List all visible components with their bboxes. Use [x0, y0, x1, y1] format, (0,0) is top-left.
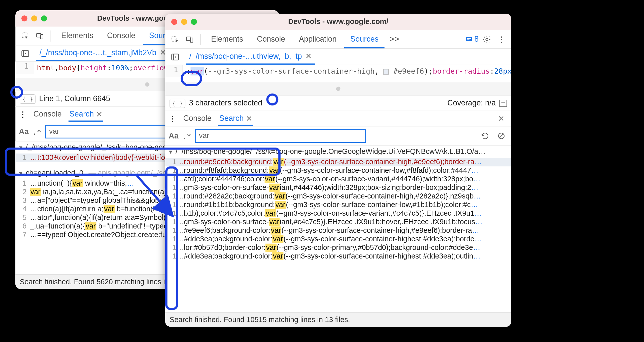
- result-line-text: ..gm3-sys-color-on-surface-variant,#c4c7…: [180, 218, 511, 226]
- settings-icon[interactable]: [480, 33, 493, 46]
- titlebar: DevTools - www.google.com/: [165, 14, 511, 30]
- regex-icon[interactable]: .*: [32, 127, 42, 136]
- tab-sources[interactable]: Sources: [344, 30, 385, 48]
- tab-elements[interactable]: Elements: [205, 30, 249, 48]
- result-line-number: 1: [165, 244, 180, 252]
- disclosure-icon[interactable]: ▼: [18, 170, 24, 177]
- open-file-tab[interactable]: /_/mss/boq-one-…t,_stam,jMb2Vb ✕: [36, 45, 170, 61]
- close-drawer-tab-icon[interactable]: ✕: [96, 109, 103, 119]
- result-line-text: ..round:#1b1b1b;background:var(--gm3-sys…: [180, 201, 511, 209]
- clear-search-icon[interactable]: [495, 129, 508, 142]
- drawer-tabbar: ⋯ Console Search ✕ ✕: [165, 111, 511, 126]
- result-line-number: 1: [165, 252, 180, 261]
- result-file-path: /_/mss/boq-one-google/_/ss/k=boq-one-goo…: [176, 148, 509, 156]
- window-minimize-button[interactable]: [181, 19, 187, 25]
- pretty-print-icon[interactable]: { }: [170, 98, 185, 108]
- result-line-text: ..round:#282a2c;background:var(--gm3-sys…: [180, 192, 511, 201]
- tab-application[interactable]: Application: [293, 30, 343, 48]
- svg-rect-8: [466, 37, 472, 41]
- close-drawer-icon[interactable]: ✕: [495, 112, 508, 125]
- search-result-line[interactable]: 1..gm3-sys-color-on-surface-variant,#c4c…: [165, 218, 511, 226]
- line-number: 1: [15, 62, 33, 74]
- window-minimize-button[interactable]: [31, 15, 37, 21]
- disclosure-icon[interactable]: ▼: [18, 144, 24, 151]
- disclosure-icon[interactable]: ▼: [168, 149, 174, 155]
- code-line[interactable]: :var(--gm3-sys-color-surface-container-h…: [183, 65, 511, 77]
- inspect-element-icon[interactable]: [19, 29, 32, 42]
- status-text: 3 characters selected: [189, 99, 262, 108]
- search-result-line[interactable]: 1..#e9eef6;background-color:var(--gm3-sy…: [165, 226, 511, 235]
- window-zoom-button[interactable]: [41, 15, 47, 21]
- search-result-line[interactable]: 1..lor:#0b57d0;border-color:var(--gm3-sy…: [165, 244, 511, 252]
- coverage-icon[interactable]: [499, 100, 507, 106]
- search-result-line[interactable]: 1..round:#f8fafd;background:var(--gm3-sy…: [165, 166, 511, 175]
- issues-button[interactable]: 8: [465, 35, 479, 44]
- result-line-number: 1: [15, 154, 30, 162]
- pretty-print-icon[interactable]: { }: [20, 94, 36, 103]
- search-result-line[interactable]: 1..round:#e9eef6;background:var(--gm3-sy…: [165, 158, 511, 166]
- drawer-menu-icon[interactable]: ⋯: [168, 115, 177, 123]
- search-result-line[interactable]: 1..#dde3ea;background-color:var(--gm3-sy…: [165, 235, 511, 244]
- match-case-icon[interactable]: Aa: [19, 127, 29, 136]
- navigator-toggle-icon[interactable]: [19, 47, 32, 60]
- tab-console[interactable]: Console: [101, 26, 141, 45]
- window-close-button[interactable]: [21, 15, 27, 21]
- refresh-search-icon[interactable]: [479, 129, 492, 142]
- tab-elements[interactable]: Elements: [55, 26, 99, 45]
- search-result-line[interactable]: 1..gm3-sys-color-on-surface-variant,#444…: [165, 184, 511, 192]
- result-line-number: 4: [15, 205, 30, 214]
- drawer-tab-console[interactable]: Console: [32, 107, 62, 122]
- result-line-number: 3: [15, 196, 30, 205]
- code-editor[interactable]: 1 :var(--gm3-sys-color-surface-container…: [165, 65, 511, 96]
- drawer-tab-search[interactable]: Search ✕: [218, 111, 253, 126]
- sources-file-tabbar: /_/mss/boq-one-…uthview,_b,_tp ✕: [165, 49, 511, 65]
- result-line-number: 2: [15, 188, 30, 196]
- result-line-number: 6: [15, 222, 30, 231]
- window-title: DevTools - www.google.com/: [165, 18, 511, 26]
- navigator-toggle-icon[interactable]: [169, 50, 182, 63]
- close-drawer-tab-icon[interactable]: ✕: [246, 114, 252, 123]
- regex-icon[interactable]: .*: [182, 131, 191, 140]
- file-tab-label: /_/mss/boq-one-…t,_stam,jMb2Vb: [39, 48, 156, 57]
- search-result-line[interactable]: 1..round:#282a2c;background:var(--gm3-sy…: [165, 192, 511, 201]
- close-file-tab-icon[interactable]: ✕: [305, 51, 312, 61]
- issues-count: 8: [474, 35, 479, 44]
- result-line-number: 1: [165, 201, 180, 209]
- result-line-number: 1: [165, 158, 180, 166]
- editor-statusbar: { } 3 characters selected Coverage: n/a: [165, 96, 511, 111]
- scrollbar-horizontal[interactable]: [165, 82, 511, 95]
- inspect-element-icon[interactable]: [169, 33, 182, 46]
- search-input[interactable]: [195, 129, 366, 143]
- result-line-number: 1: [165, 175, 180, 184]
- result-file-header[interactable]: ▼ /_/mss/boq-one-google/_/ss/k=boq-one-g…: [165, 146, 511, 158]
- status-text: Line 1, Column 6645: [39, 94, 110, 103]
- window-zoom-button[interactable]: [191, 19, 197, 25]
- match-case-icon[interactable]: Aa: [169, 131, 179, 140]
- drawer-menu-icon[interactable]: ⋯: [18, 110, 27, 118]
- drawer-tab-search[interactable]: Search ✕: [69, 107, 103, 122]
- result-line-text: ..afd);color:#444746;color:var(--gm3-sys…: [180, 175, 511, 184]
- drawer-tab-console[interactable]: Console: [182, 111, 212, 126]
- result-line-number: 1: [165, 184, 180, 192]
- tabs-overflow-icon[interactable]: >>: [386, 35, 403, 44]
- search-status-footer: Search finished. Found 10515 matching li…: [165, 312, 511, 327]
- search-result-line[interactable]: 1..b1b);color:#c4c7c5;color:var(--gm3-sy…: [165, 209, 511, 218]
- search-result-line[interactable]: 1..#dde3ea;background-color:var(--gm3-sy…: [165, 252, 511, 261]
- result-line-text: ..gm3-sys-color-on-surface-variant,#4447…: [180, 184, 511, 192]
- open-file-tab[interactable]: /_/mss/boq-one-…uthview,_b,_tp ✕: [186, 49, 315, 65]
- main-toolbar: Elements Console Application Sources >> …: [165, 30, 511, 49]
- result-line-number: 1: [165, 235, 180, 244]
- result-line-number: 1: [165, 209, 180, 218]
- device-toolbar-icon[interactable]: [183, 33, 196, 46]
- search-results[interactable]: ▼ /_/mss/boq-one-google/_/ss/k=boq-one-g…: [165, 146, 511, 312]
- search-result-line[interactable]: 1..round:#1b1b1b;background:var(--gm3-sy…: [165, 201, 511, 209]
- kebab-menu-icon[interactable]: ⋮: [495, 33, 508, 46]
- svg-rect-10: [467, 39, 469, 40]
- window-close-button[interactable]: [171, 19, 177, 25]
- result-line-text: ..#e9eef6;background-color:var(--gm3-sys…: [180, 226, 511, 235]
- device-toolbar-icon[interactable]: [33, 29, 46, 42]
- search-result-line[interactable]: 1..afd);color:#444746;color:var(--gm3-sy…: [165, 175, 511, 184]
- result-line-number: 1: [15, 179, 30, 188]
- tab-console[interactable]: Console: [251, 30, 291, 48]
- color-swatch-icon[interactable]: [383, 69, 389, 74]
